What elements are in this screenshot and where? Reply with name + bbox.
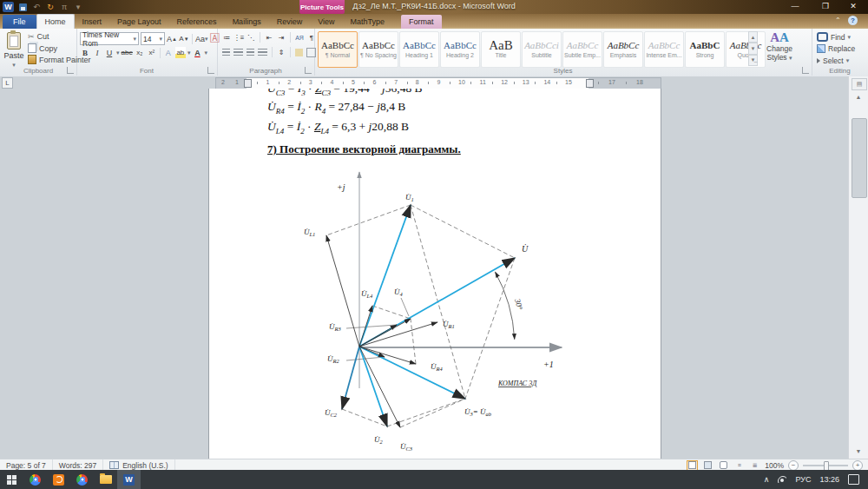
style-chip-heading-1[interactable]: AaBbCcHeading 1 <box>399 31 439 68</box>
replace-button[interactable]: Replace <box>817 44 855 53</box>
numbering-icon[interactable]: ⋮≡ <box>234 33 243 42</box>
style-chip-emphasis[interactable]: AaBbCcEmphasis <box>603 31 643 68</box>
multilevel-list-icon[interactable]: ⋱ <box>247 33 255 42</box>
style-chip-heading-2[interactable]: AaBbCcHeading 2 <box>440 31 480 68</box>
tab-home[interactable]: Home <box>36 14 75 29</box>
text-effects-icon[interactable]: A <box>163 47 174 58</box>
paste-button[interactable]: Paste ▾ <box>3 31 24 71</box>
styles-gallery-scrollbar[interactable]: ▲ ▼ ▼̲ <box>748 31 758 66</box>
chrome-2[interactable] <box>70 470 94 489</box>
zoom-in-icon[interactable]: + <box>852 460 863 471</box>
zoom-slider[interactable] <box>803 465 848 466</box>
change-styles-button[interactable]: AA Change Styles ▾ <box>761 31 798 69</box>
copy-button[interactable]: Copy <box>28 43 57 53</box>
clock[interactable]: 13:26 <box>819 475 839 484</box>
tray-chevron-icon[interactable]: ∧ <box>764 475 770 484</box>
right-indent-marker[interactable] <box>586 79 594 88</box>
styles-scroll-up-icon[interactable]: ▲ <box>748 31 758 43</box>
scroll-up-icon[interactable]: ▲ <box>852 90 865 102</box>
shading-icon[interactable] <box>295 49 303 56</box>
document-page[interactable]: U̇C3 = İ3 · ZC3 = 19,44 − j56,48 ВU̇R4 =… <box>208 89 661 459</box>
increase-indent-icon[interactable]: ⇥ <box>277 33 286 42</box>
superscript-button[interactable]: x² <box>147 47 157 58</box>
web-layout-view-button[interactable] <box>718 460 729 471</box>
start-button[interactable] <box>0 470 23 489</box>
scrollbar-thumb[interactable] <box>852 118 867 198</box>
align-right-icon[interactable] <box>247 49 254 56</box>
italic-button[interactable]: I <box>92 47 102 58</box>
maximize-button[interactable]: ❐ <box>812 0 838 12</box>
style-chip-title[interactable]: AaBTitle <box>481 31 521 68</box>
left-indent-marker[interactable] <box>244 79 252 88</box>
tab-pagelayout[interactable]: Page Layout <box>109 15 169 29</box>
chrome-1[interactable] <box>23 470 47 489</box>
tab-mailings[interactable]: Mailings <box>225 15 269 29</box>
collapse-ribbon-icon[interactable]: ⌃ <box>835 17 841 24</box>
decrease-indent-icon[interactable]: ⇤ <box>265 33 273 42</box>
clipboard-dialog-launcher[interactable] <box>67 67 74 74</box>
tab-review[interactable]: Review <box>269 15 311 29</box>
style-chip-quote[interactable]: AaBbCcQuote <box>726 31 766 68</box>
action-center-icon[interactable] <box>848 474 859 485</box>
font-size-combo[interactable]: 14▾ <box>141 32 165 45</box>
horizontal-ruler[interactable]: 211234567891011121314151718 <box>215 77 661 89</box>
cut-button[interactable]: ✂Cut <box>28 32 49 41</box>
line-spacing-icon[interactable]: ⇕ <box>277 48 286 56</box>
sort-icon[interactable]: АЯ <box>295 33 304 42</box>
styles-dialog-launcher[interactable] <box>802 67 809 74</box>
close-button[interactable]: ✕ <box>840 0 866 12</box>
select-button[interactable]: Select ▾ <box>817 56 849 65</box>
zoom-out-icon[interactable]: − <box>788 460 799 471</box>
style-chip-intense-em-[interactable]: AaBbCcIntense Em... <box>644 31 684 68</box>
tab-mathtype[interactable]: MathType <box>343 15 393 29</box>
style-chip-subtitle[interactable]: AaBbCciSubtitle <box>522 31 562 68</box>
paragraph-dialog-launcher[interactable] <box>305 67 312 74</box>
highlight-button[interactable]: ab <box>175 47 186 58</box>
font-dialog-launcher[interactable] <box>207 67 214 74</box>
style-chip--no-spacing[interactable]: AaBbCc¶ No Spacing <box>358 31 398 68</box>
file-explorer[interactable] <box>94 470 117 489</box>
bold-button[interactable]: B <box>80 47 90 58</box>
tab-view[interactable]: View <box>310 15 342 29</box>
print-layout-view-button[interactable] <box>687 460 698 471</box>
document-area[interactable]: U̇C3 = İ3 · ZC3 = 19,44 − j56,48 ВU̇R4 =… <box>0 89 848 459</box>
help-icon[interactable]: ? <box>848 16 858 25</box>
underline-button[interactable]: U <box>104 47 115 58</box>
align-center-icon[interactable] <box>233 49 243 56</box>
shrink-font-button[interactable]: A▼ <box>179 33 189 44</box>
font-color-dropdown-icon[interactable]: ▾ <box>204 50 207 56</box>
find-button[interactable]: Find ▾ <box>817 32 851 42</box>
underline-dropdown-icon[interactable]: ▾ <box>116 50 120 56</box>
style-chip-strong[interactable]: AaBbCStrong <box>685 31 725 68</box>
draft-view-button[interactable]: ≣ <box>749 460 760 471</box>
zoom-level[interactable]: 100% <box>765 461 784 470</box>
scroll-down-icon[interactable]: ▼ <box>852 445 865 457</box>
fullscreen-view-button[interactable] <box>702 460 713 471</box>
kompas-app[interactable] <box>47 470 70 489</box>
minimize-button[interactable]: — <box>782 0 808 12</box>
justify-icon[interactable] <box>258 49 267 56</box>
word-app[interactable]: W <box>117 470 141 489</box>
bullets-icon[interactable]: ≔ <box>222 33 231 42</box>
highlight-dropdown-icon[interactable]: ▾ <box>187 50 191 56</box>
tab-references[interactable]: References <box>169 15 225 29</box>
align-left-icon[interactable] <box>222 49 230 56</box>
subscript-button[interactable]: x₂ <box>135 47 145 58</box>
language-switcher[interactable]: РУС <box>795 475 811 484</box>
wifi-icon[interactable] <box>778 476 786 483</box>
tab-insert[interactable]: Insert <box>75 15 110 29</box>
tab-file[interactable]: File <box>3 15 36 29</box>
font-color-button[interactable]: A <box>192 47 202 58</box>
styles-more-icon[interactable]: ▼̲ <box>748 55 758 66</box>
strikethrough-button[interactable]: abe <box>122 47 133 58</box>
outline-view-button[interactable]: ≡ <box>733 460 745 471</box>
change-case-button[interactable]: Aa▾ <box>195 33 208 44</box>
ruler-toggle-icon[interactable]: ▤ <box>852 78 867 90</box>
styles-scroll-down-icon[interactable]: ▼ <box>748 43 758 54</box>
style-chip--normal[interactable]: AaBbCc¶ Normal <box>318 31 358 68</box>
tab-selector[interactable]: L <box>2 77 13 89</box>
style-chip-subtle-emp-[interactable]: AaBbCcSubtle Emp... <box>562 31 602 68</box>
vertical-scrollbar[interactable]: ▤ ▲ ▼ <box>848 76 868 459</box>
grow-font-button[interactable]: A▲ <box>167 33 177 44</box>
font-family-combo[interactable]: Times New Rom▾ <box>80 32 139 45</box>
